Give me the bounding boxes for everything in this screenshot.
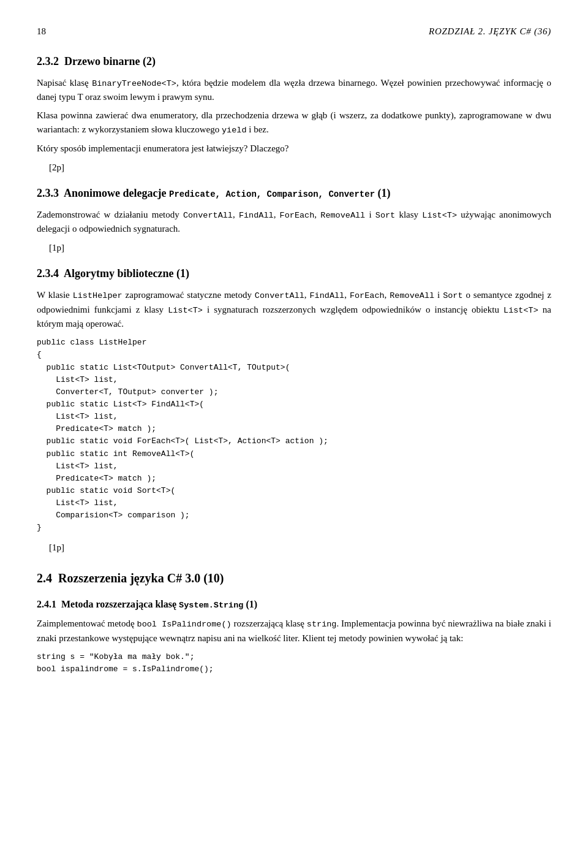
section-234-heading: 2.3.4 Algorytmy biblioteczne (1)	[37, 265, 551, 282]
section-234-points: [1p]	[49, 541, 551, 555]
section-232-points: [2p]	[49, 161, 551, 175]
section-233-points: [1p]	[49, 241, 551, 255]
section-24-heading: 2.4 Rozszerzenia języka C# 3.0 (10)	[37, 569, 551, 587]
section-233-para1: Zademonstrować w działaniu metody Conver…	[37, 208, 551, 236]
section-234-para1: W klasie ListHelper zaprogramować statyc…	[37, 288, 551, 330]
section-241-para1: Zaimplementować metodę bool IsPalindrome…	[37, 617, 551, 645]
section-234-code: public class ListHelper { public static …	[37, 337, 551, 534]
section-232-para3: Który sposób implementacji enumeratora j…	[37, 142, 551, 156]
section-232-para1: Napisać klasę BinaryTreeNode<T>, która b…	[37, 76, 551, 104]
section-241-code: string s = "Kobyła ma mały bok."; bool i…	[37, 651, 551, 676]
section-241-heading: 2.4.1 Metoda rozszerzająca klasę System.…	[37, 597, 551, 612]
section-232-para2: Klasa powinna zawierać dwa enumeratory, …	[37, 108, 551, 137]
chapter-title: ROZDZIAŁ 2. JĘZYK C# (36)	[429, 25, 551, 39]
section-233-heading: 2.3.3 Anonimowe delegacje Predicate, Act…	[37, 185, 551, 202]
page-number: 18	[37, 25, 46, 39]
section-232-heading: 2.3.2 Drzewo binarne (2)	[37, 53, 551, 70]
